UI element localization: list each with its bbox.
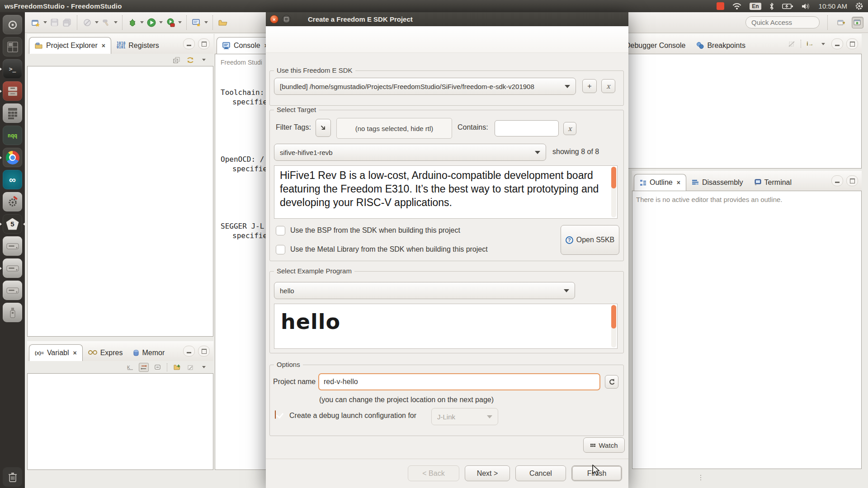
disk-2-launcher-icon[interactable] [3, 258, 22, 278]
bsp-checkbox[interactable] [276, 226, 285, 235]
maximize-view-button[interactable] [198, 346, 210, 357]
open-console-button[interactable] [190, 16, 203, 28]
project-explorer-content[interactable] [27, 66, 213, 337]
debug-button[interactable] [126, 16, 138, 28]
bsp-checkbox-label[interactable]: Use the BSP from the SDK when building t… [290, 226, 460, 235]
wifi-icon[interactable] [732, 2, 742, 10]
back-button[interactable]: < Back [408, 465, 459, 481]
debug-launch-checkbox-label[interactable]: Create a debug launch configuration for [289, 412, 416, 420]
tab-outline[interactable]: Outline × [634, 174, 686, 191]
tab-memory[interactable]: Memor [128, 344, 170, 361]
show-type-names-icon[interactable]: K [125, 363, 135, 372]
reset-name-button[interactable] [605, 375, 618, 389]
tab-console[interactable]: Console × [217, 37, 274, 54]
collapse-all-icon[interactable] [152, 363, 162, 372]
disk-1-launcher-icon[interactable] [3, 236, 22, 256]
build-menu-chevron[interactable] [113, 16, 118, 28]
sdk-combo[interactable]: [bundled] /home/sgmustadio/Projects/Free… [274, 78, 576, 95]
terminal-launcher-icon[interactable]: >_ [3, 59, 22, 79]
remove-sdk-button[interactable]: x [601, 79, 615, 93]
segger-launcher-icon[interactable]: 5 [3, 214, 22, 234]
run-button[interactable] [145, 16, 157, 28]
dialog-close-button[interactable]: × [270, 15, 278, 23]
selected-tags-box[interactable]: (no tags selected, hide rtl) [336, 118, 452, 139]
run-menu-chevron[interactable] [158, 16, 164, 28]
add-sdk-button[interactable]: + [582, 79, 597, 93]
keyboard-layout-indicator[interactable]: En [750, 3, 761, 10]
view-menu-icon[interactable] [818, 39, 828, 48]
skip-breakpoints-menu-chevron[interactable] [94, 16, 99, 28]
contains-input[interactable] [495, 120, 559, 136]
bluetooth-icon[interactable] [769, 2, 774, 10]
tab-breakpoints[interactable]: Breakpoints [691, 37, 751, 54]
clear-filter-button[interactable]: x [563, 122, 576, 135]
file-cabinet-launcher-icon[interactable] [3, 81, 22, 101]
metal-library-checkbox-label[interactable]: Use the Metal Library from the SDK when … [290, 245, 488, 253]
skip-breakpoints-button[interactable] [81, 16, 93, 28]
calculator-launcher-icon[interactable] [3, 103, 22, 123]
debug-tool-combo[interactable]: J-Link [431, 408, 498, 425]
build-settings-launcher-icon[interactable] [3, 192, 22, 211]
minimize-view-button[interactable] [831, 38, 843, 49]
external-tools-button[interactable] [164, 16, 176, 28]
view-menu-icon[interactable] [199, 363, 209, 372]
target-combo[interactable]: sifive-hifive1-revb [274, 144, 546, 161]
volume-icon[interactable] [801, 2, 811, 10]
debug-menu-chevron[interactable] [139, 16, 145, 28]
save-button[interactable] [48, 16, 61, 28]
show-supported-breakpoints-icon[interactable]: i→ [805, 39, 815, 48]
tab-expressions[interactable]: Expres [83, 344, 128, 361]
edit-watchpoint-icon[interactable] [185, 363, 195, 372]
minimize-view-button[interactable] [831, 175, 843, 186]
collapse-all-icon[interactable] [172, 56, 182, 65]
open-folder-button[interactable] [217, 16, 229, 28]
open-perspective-button[interactable] [835, 17, 847, 28]
save-all-button[interactable] [61, 16, 73, 28]
notepadqq-launcher-icon[interactable]: nqq [3, 126, 22, 145]
filter-tags-dropdown-button[interactable] [316, 119, 331, 137]
close-icon[interactable]: × [102, 42, 105, 49]
disk-3-launcher-icon[interactable] [3, 281, 22, 300]
variables-content[interactable] [27, 373, 213, 470]
debug-launch-checkbox[interactable] [275, 410, 276, 419]
description-scrollbar[interactable] [611, 167, 616, 217]
open-console-menu-chevron[interactable] [203, 16, 209, 28]
open-s5kb-button[interactable]: ? Open S5KB [561, 225, 619, 255]
link-editor-icon[interactable] [185, 56, 195, 65]
new-wizard-button[interactable] [29, 16, 42, 28]
minimize-view-button[interactable] [183, 38, 195, 49]
maximize-view-button[interactable] [846, 175, 858, 186]
view-menu-icon[interactable] [199, 56, 209, 65]
tab-registers[interactable]: 10100101 Registers [111, 37, 165, 54]
preview-scrollbar[interactable] [611, 305, 616, 347]
sash-handle[interactable] [700, 475, 701, 480]
dialog-maximize-button[interactable] [282, 15, 291, 23]
external-tools-menu-chevron[interactable] [177, 16, 183, 28]
freedomstudio-launcher-icon[interactable] [3, 15, 22, 34]
maximize-view-button[interactable] [846, 38, 858, 49]
gear-icon[interactable] [855, 2, 863, 10]
metal-library-checkbox[interactable] [276, 245, 285, 254]
add-watchpoint-icon[interactable] [172, 363, 182, 372]
show-logical-structure-icon[interactable] [139, 363, 149, 372]
new-wizard-menu-chevron[interactable] [42, 16, 48, 28]
project-name-input[interactable] [318, 373, 600, 390]
usb-drive-launcher-icon[interactable] [3, 303, 22, 322]
skip-all-breakpoints-icon[interactable] [787, 39, 797, 48]
maximize-view-button[interactable] [198, 38, 210, 49]
example-program-combo[interactable]: hello [274, 282, 575, 299]
tab-disassembly[interactable]: Disassembly [686, 174, 749, 191]
workspace-switcher-icon[interactable] [3, 37, 22, 56]
quick-access-input[interactable] [745, 16, 820, 28]
example-preview-box[interactable]: hello [274, 304, 618, 349]
breakpoints-content[interactable] [588, 54, 862, 169]
chrome-launcher-icon[interactable] [3, 148, 22, 167]
cancel-button[interactable]: Cancel [515, 465, 566, 481]
trash-launcher-icon[interactable] [3, 467, 22, 487]
arduino-launcher-icon[interactable]: ∞ [3, 170, 22, 189]
minimize-view-button[interactable] [183, 346, 195, 357]
tab-variables[interactable]: (x)= Variabl × [29, 344, 83, 361]
battery-icon[interactable] [782, 2, 793, 10]
debug-perspective-button[interactable] [852, 17, 863, 28]
dialog-titlebar[interactable]: × Create a Freedom E SDK Project [266, 12, 628, 26]
